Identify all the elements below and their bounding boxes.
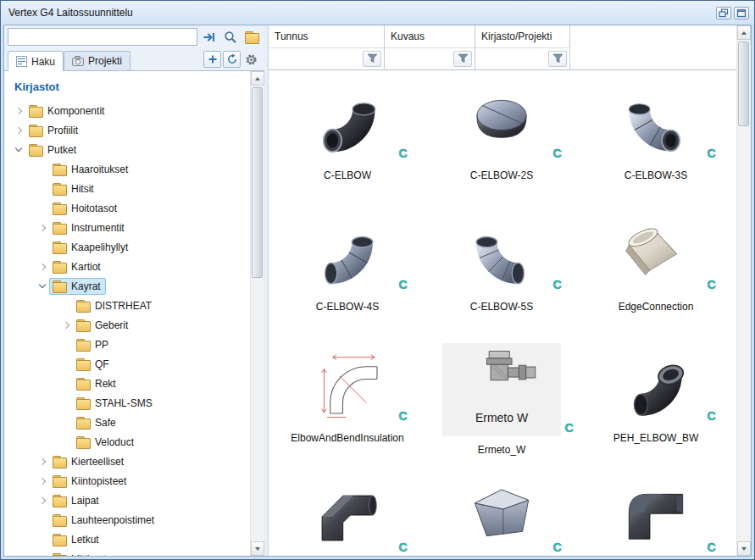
tab-haku[interactable]: Haku — [8, 51, 64, 71]
funnel-icon — [552, 53, 563, 64]
component-badge-icon: C — [551, 147, 563, 160]
titlebar[interactable]: Vertex G4 Laitossuunnittelu — [1, 1, 754, 25]
restore-window-button[interactable] — [716, 7, 731, 19]
app-window: Vertex G4 Laitossuunnittelu — [0, 0, 755, 560]
tree-item-putket[interactable]: Putket — [4, 140, 250, 159]
folder-icon — [53, 183, 66, 194]
grid-item-c-elbow[interactable]: C C-ELBOW — [300, 80, 395, 212]
scrollbar-up-button[interactable] — [737, 25, 751, 40]
grid-item-row4-1[interactable]: C — [300, 474, 395, 556]
haku-tab-icon — [16, 56, 27, 67]
tree-item-kiintopisteet[interactable]: Kiintopisteet — [4, 471, 250, 491]
search-input[interactable] — [8, 28, 197, 46]
component-badge-icon: C — [705, 410, 718, 423]
browse-folder-button[interactable] — [241, 28, 261, 46]
go-search-button[interactable] — [199, 28, 219, 46]
component-badge-icon: C — [397, 147, 409, 160]
svg-text:C: C — [398, 410, 407, 423]
grid-item-elbowandbendinsulation[interactable]: C ElbowAndBendInsulation — [291, 343, 403, 474]
expander-spacer — [60, 416, 73, 429]
filter-button[interactable] — [548, 51, 567, 67]
svg-text:C: C — [552, 279, 561, 291]
scrollbar-track[interactable] — [251, 86, 264, 541]
search-button[interactable] — [220, 28, 240, 46]
open-folder-icon — [245, 31, 258, 42]
scrollbar-down-button[interactable] — [737, 541, 751, 556]
chevron-right-icon[interactable] — [36, 474, 49, 487]
grid-item-row4-3[interactable]: C — [608, 474, 703, 556]
expander-spacer — [60, 358, 73, 370]
chevron-right-icon[interactable] — [36, 221, 49, 234]
grid-item-c-elbow-4s[interactable]: C C-ELBOW-4S — [300, 212, 395, 343]
tree-scrollbar[interactable] — [250, 71, 264, 556]
chevron-down-icon[interactable] — [13, 143, 25, 156]
tree-item-kierteelliset[interactable]: Kierteelliset — [4, 452, 250, 471]
scrollbar-thumb[interactable] — [252, 87, 263, 278]
chevron-right-icon[interactable] — [13, 104, 25, 117]
tree-item-hoitotasot[interactable]: Hoitotasot — [4, 198, 250, 218]
tree-item-pp[interactable]: PP — [4, 335, 250, 354]
grid-item-label: PEH_ELBOW_BW — [613, 432, 699, 444]
filter-button[interactable] — [453, 51, 472, 67]
tree-item-geberit[interactable]: Geberit — [4, 315, 250, 335]
tree-item-letkut[interactable]: Letkut — [4, 530, 250, 549]
grid-item-peh-elbow-bw[interactable]: C PEH_ELBOW_BW — [608, 343, 703, 474]
filter-button[interactable] — [363, 51, 381, 67]
chevron-down-icon[interactable] — [36, 280, 49, 292]
tree-item-haaroitukset[interactable]: Haaroitukset — [4, 159, 250, 179]
chevron-right-icon[interactable] — [13, 124, 25, 136]
tree-item-laipat[interactable]: Laipat — [4, 491, 250, 510]
column-filter-row — [475, 47, 569, 70]
scrollbar-track[interactable] — [737, 40, 751, 541]
tree-item-komponentit[interactable]: Komponentit — [4, 101, 250, 120]
add-button[interactable] — [203, 51, 221, 68]
tree-item-kaapelihyllyt[interactable]: Kaapelihyllyt — [4, 237, 250, 257]
tree-item-label: Rekt — [95, 378, 116, 390]
scrollbar-thumb[interactable] — [738, 42, 749, 126]
tree-item-liittimet[interactable]: Liittimet — [4, 549, 250, 556]
refresh-button[interactable] — [223, 51, 241, 68]
column-header-tunnus[interactable]: Tunnus — [269, 25, 385, 70]
grid-item-c-elbow-3s[interactable]: C C-ELBOW-3S — [608, 80, 703, 212]
results-panel: Tunnus Kuvaus Kirjasto/Projekti — [269, 25, 751, 556]
tree-item-lauhteenpoistimet[interactable]: Lauhteenpoistimet — [4, 510, 250, 530]
tree-item-kartiot[interactable]: Kartiot — [4, 257, 250, 276]
tree-item-distrheat[interactable]: DISTRHEAT — [4, 296, 250, 315]
grid-item-c-elbow-2s[interactable]: C C-ELBOW-2S — [454, 80, 549, 212]
tree-item-safe[interactable]: Safe — [4, 413, 250, 432]
column-label: Kirjasto/Projekti — [475, 25, 569, 47]
tree-item-stahl-sms[interactable]: STAHL-SMS — [4, 393, 250, 413]
grid-item-row4-2[interactable]: C — [454, 474, 549, 556]
chevron-right-icon[interactable] — [60, 319, 73, 331]
tree-item-qf[interactable]: QF — [4, 354, 250, 374]
restore-icon — [719, 8, 729, 18]
column-header-kirjasto-projekti[interactable]: Kirjasto/Projekti — [475, 25, 570, 70]
add-icon — [208, 54, 218, 64]
tree-item-label: Kierteelliset — [71, 456, 124, 468]
chevron-right-icon[interactable] — [36, 494, 49, 507]
grid-item-ermeto-w[interactable]: Ermeto W C Ermeto_W — [442, 343, 561, 474]
grid-item-c-elbow-5s[interactable]: C C-ELBOW-5S — [454, 212, 549, 343]
scrollbar-down-button[interactable] — [251, 541, 264, 556]
tree-item-kayrat[interactable]: Kayrat — [4, 276, 250, 296]
folder-icon — [53, 495, 66, 506]
maximize-window-button[interactable] — [734, 7, 749, 19]
tree-item-hitsit[interactable]: Hitsit — [4, 179, 250, 198]
library-tree-container: Kirjastot Komponentit Profiilit Putket H… — [4, 71, 264, 556]
tree-item-rekt[interactable]: Rekt — [4, 374, 250, 393]
tab-projekti[interactable]: Projekti — [64, 51, 130, 70]
column-header-kuvaus[interactable]: Kuvaus — [385, 25, 475, 70]
tree-item-label: Hitsit — [71, 183, 94, 195]
chevron-right-icon[interactable] — [36, 260, 49, 273]
results-scrollbar[interactable] — [736, 25, 751, 556]
tree-item-instrumentit[interactable]: Instrumentit — [4, 218, 250, 237]
svg-text:C: C — [398, 279, 407, 291]
edge-connection-3d-thumbnail: C — [608, 212, 703, 293]
scrollbar-up-button[interactable] — [251, 71, 264, 86]
tree-item-profiilit[interactable]: Profiilit — [4, 120, 250, 140]
grid-item-edgeconnection[interactable]: C EdgeConnection — [608, 212, 703, 343]
chevron-right-icon[interactable] — [36, 455, 49, 468]
settings-button[interactable] — [242, 51, 260, 68]
funnel-icon — [367, 53, 378, 64]
tree-item-veloduct[interactable]: Veloduct — [4, 432, 250, 452]
